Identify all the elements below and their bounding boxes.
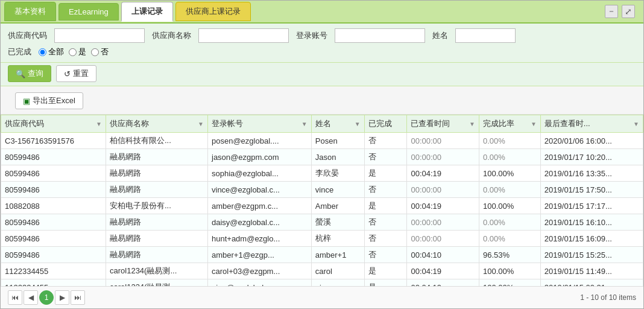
supplier-code-label: 供应商代码 [8, 30, 47, 41]
tab-supplier-record[interactable]: 供应商上课记录 [175, 2, 251, 21]
cell-name: carol [311, 263, 364, 279]
cell-login_account: sophia@ezglobal... [208, 165, 312, 182]
minimize-button[interactable]: － [605, 5, 618, 18]
name-input[interactable] [455, 28, 516, 43]
table-row[interactable]: C3-1567163591576柏信科技有限公...posen@ezglobal… [1, 133, 643, 149]
cell-watched_time: 00:04:10 [407, 247, 479, 263]
cell-completion_rate: 100.00% [479, 279, 540, 287]
cell-last_watched: 2019/01/15 11:49... [540, 263, 643, 279]
reset-button[interactable]: ↺ 重置 [56, 65, 96, 82]
cell-watched_time: 00:00:00 [407, 214, 479, 231]
table-row[interactable]: 1122334455carol1234(融易测...gina@ezglobal.… [1, 279, 643, 287]
completed-label: 已完成 [8, 46, 31, 57]
filter-icon-supplier-code[interactable]: ▼ [96, 121, 102, 127]
cell-last_watched: 2019/01/17 10:20... [540, 149, 643, 165]
page-1-button[interactable]: 1 [39, 290, 54, 305]
cell-completion_rate: 0.00% [479, 149, 540, 165]
cell-watched_time: 00:04:19 [407, 165, 479, 182]
table-row[interactable]: 80599486融易網路amber+1@ezgp...amber+1否00:04… [1, 247, 643, 263]
cell-completion_rate: 100.00% [479, 198, 540, 214]
table-row[interactable]: 80599486融易網路hunt+adm@ezglo...杭梓否00:00:00… [1, 231, 643, 247]
cell-supplier_name: carol1234(融易测... [106, 263, 208, 279]
cell-last_watched: 2019/01/15 17:50... [540, 182, 643, 198]
cell-supplier_name: 融易網路 [106, 231, 208, 247]
cell-watched_time: 00:00:00 [407, 149, 479, 165]
radio-yes[interactable]: 是 [69, 46, 86, 57]
cell-last_watched: 2019/01/15 17:17... [540, 198, 643, 214]
tab-ezlearning[interactable]: EzLearning [58, 3, 119, 21]
cell-login_account: daisy@ezglobal.c... [208, 214, 312, 231]
maximize-button[interactable]: ⤢ [622, 5, 635, 18]
table-header-row: 供应商代码 ▼ 供应商名称 ▼ 登录帐号 ▼ [1, 115, 643, 133]
table-row[interactable]: 80599486融易網路jason@ezgpm.comJason否00:00:0… [1, 149, 643, 165]
cell-supplier_name: 柏信科技有限公... [106, 133, 208, 149]
cell-supplier_name: 安柏电子股份有... [106, 198, 208, 214]
cell-supplier_name: 融易網路 [106, 247, 208, 263]
login-account-input[interactable] [335, 28, 425, 43]
cell-watched_time: 00:00:00 [407, 182, 479, 198]
cell-name: 杭梓 [311, 231, 364, 247]
th-supplier-code: 供应商代码 ▼ [1, 115, 106, 133]
excel-icon: ▣ [23, 97, 30, 106]
cell-completion_rate: 100.00% [479, 165, 540, 182]
filter-icon-name[interactable]: ▼ [355, 121, 361, 127]
pagination-bar: ⏮ ◀ 1 ▶ ⏭ 1 - 10 of 10 items [1, 286, 643, 308]
cell-watched_time: 00:00:00 [407, 133, 479, 149]
cell-name: Jason [311, 149, 364, 165]
search-button[interactable]: 🔍 查询 [8, 65, 51, 82]
cell-completed: 是 [364, 198, 407, 214]
th-completed: 已完成 [364, 115, 407, 133]
cell-watched_time: 00:04:19 [407, 198, 479, 214]
cell-last_watched: 2019/01/15 16:10... [540, 214, 643, 231]
table-body: C3-1567163591576柏信科技有限公...posen@ezglobal… [1, 133, 643, 287]
cell-login_account: posen@ezglobal.... [208, 133, 312, 149]
data-table: 供应商代码 ▼ 供应商名称 ▼ 登录帐号 ▼ [1, 115, 643, 286]
filter-icon-login-account[interactable]: ▼ [301, 121, 308, 127]
cell-last_watched: 2019/01/16 13:35... [540, 165, 643, 182]
radio-all[interactable]: 全部 [39, 46, 64, 57]
cell-supplier_name: carol1234(融易测... [106, 279, 208, 287]
cell-completion_rate: 100.00% [479, 263, 540, 279]
cell-watched_time: 00:04:19 [407, 263, 479, 279]
last-page-button[interactable]: ⏭ [71, 290, 85, 305]
cell-completed: 否 [364, 133, 407, 149]
cell-supplier_name: 融易網路 [106, 149, 208, 165]
th-supplier-name: 供应商名称 ▼ [106, 115, 208, 133]
supplier-name-input[interactable] [198, 28, 289, 43]
cell-completed: 是 [364, 263, 407, 279]
table-row[interactable]: 10882088安柏电子股份有...amber@ezgpm.c...Amber是… [1, 198, 643, 214]
table-row[interactable]: 80599486融易網路vince@ezglobal.c...vince否00:… [1, 182, 643, 198]
search-icon: 🔍 [16, 69, 25, 78]
th-completion-rate: 完成比率 ▼ [479, 115, 540, 133]
login-account-label: 登录账号 [296, 30, 327, 41]
filter-icon-last-watched[interactable]: ▼ [633, 121, 639, 127]
cell-completed: 否 [364, 247, 407, 263]
radio-no[interactable]: 否 [91, 46, 109, 57]
cell-supplier_code: 80599486 [1, 149, 106, 165]
table-row[interactable]: 80599486融易網路sophia@ezglobal...李欣晏是00:04:… [1, 165, 643, 182]
tab-class-record[interactable]: 上课记录 [121, 2, 173, 22]
main-window: 基本资料 EzLearning 上课记录 供应商上课记录 － ⤢ 供应商代码 供… [0, 0, 644, 309]
supplier-code-input[interactable] [54, 28, 145, 43]
page-controls: ⏮ ◀ 1 ▶ ⏭ [8, 290, 85, 305]
cell-name: gina [311, 279, 364, 287]
filter-icon-supplier-name[interactable]: ▼ [198, 121, 204, 127]
cell-supplier_code: 1122334455 [1, 263, 106, 279]
filter-icon-completion-rate[interactable]: ▼ [531, 121, 537, 127]
export-excel-button[interactable]: ▣ 导出至Excel [15, 92, 83, 109]
table-row[interactable]: 1122334455carol1234(融易测...carol+03@ezgpm… [1, 263, 643, 279]
filter-icon-watched-time[interactable]: ▼ [469, 121, 475, 127]
first-page-button[interactable]: ⏮ [8, 290, 22, 305]
next-page-button[interactable]: ▶ [55, 290, 69, 305]
tab-basic[interactable]: 基本资料 [4, 2, 56, 21]
th-login-account: 登录帐号 ▼ [208, 115, 312, 133]
cell-completed: 否 [364, 231, 407, 247]
completed-radio-group: 全部 是 否 [39, 46, 109, 57]
cell-completed: 否 [364, 182, 407, 198]
prev-page-button[interactable]: ◀ [24, 290, 38, 305]
cell-watched_time: 00:00:00 [407, 231, 479, 247]
cell-completion_rate: 0.00% [479, 214, 540, 231]
cell-login_account: gina@ezglobal.c... [208, 279, 312, 287]
cell-supplier_code: 1122334455 [1, 279, 106, 287]
table-row[interactable]: 80599486融易網路daisy@ezglobal.c...螢溪否00:00:… [1, 214, 643, 231]
